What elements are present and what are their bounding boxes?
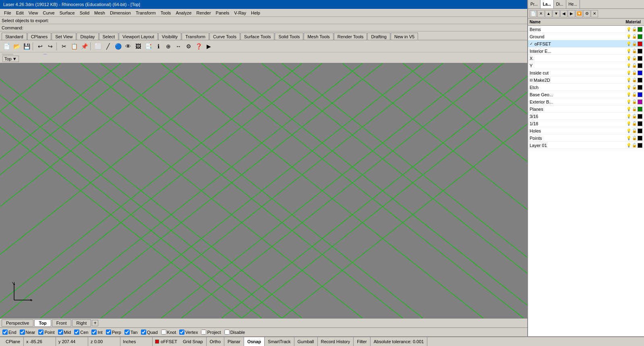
osnap-disable-check[interactable] (224, 329, 230, 335)
layer-lock-points[interactable]: 🔓 (632, 136, 637, 140)
osnap-project[interactable]: Project (201, 329, 221, 335)
pt-x[interactable]: ✕ (591, 10, 598, 17)
layer-lock-1-18[interactable]: 🔓 (632, 121, 637, 126)
layer-lock-make2d[interactable]: 🔓 (632, 78, 637, 82)
layer-row-points[interactable]: Points 💡 🔓 (528, 135, 644, 142)
tab-new-v5[interactable]: New in V5 (391, 33, 418, 40)
layer-bulb-offset[interactable]: 💡 (626, 41, 631, 46)
status-grid-snap[interactable]: Grid Snap (180, 337, 207, 346)
menu-vray[interactable]: V-Ray (232, 10, 248, 16)
tab-cplanes[interactable]: CPlanes (27, 33, 52, 40)
tb-osnap[interactable]: ⊕ (164, 41, 173, 51)
menu-solid[interactable]: Solid (77, 10, 92, 16)
tab-drafting[interactable]: Drafting (367, 33, 390, 40)
tb-layer[interactable]: 📑 (143, 41, 153, 51)
layer-color-planes[interactable] (638, 107, 642, 112)
panel-tab-la[interactable]: La... (540, 0, 554, 8)
pt-up[interactable]: ▲ (545, 10, 552, 17)
tb-line-select[interactable]: ╱ (103, 41, 113, 51)
status-record-history[interactable]: Record History (318, 337, 354, 346)
osnap-knot[interactable]: Knot (161, 329, 176, 335)
layer-color-points[interactable] (638, 136, 642, 141)
layer-lock-x[interactable]: 🔓 (632, 56, 637, 60)
tab-mesh-tools[interactable]: Mesh Tools (304, 33, 333, 40)
layer-lock-holes[interactable]: 🔓 (632, 128, 637, 133)
osnap-vertex-check[interactable] (179, 329, 184, 335)
layer-color-3-16[interactable] (638, 114, 642, 119)
osnap-perp-check[interactable] (106, 329, 111, 335)
layer-bulb-ground[interactable]: 💡 (626, 34, 631, 39)
layer-row-ground[interactable]: Ground 💡 🔓 (528, 33, 644, 40)
layer-bulb-x[interactable]: 💡 (626, 56, 631, 60)
osnap-mid-check[interactable] (58, 329, 63, 335)
layer-color-x[interactable] (638, 56, 642, 61)
layer-bulb-layer-01[interactable]: 💡 (626, 143, 631, 147)
menu-render[interactable]: Render (194, 10, 213, 16)
layer-lock-bems[interactable]: 🔓 (632, 27, 637, 31)
viewport-dropdown[interactable]: Top ▼ (2, 56, 19, 62)
osnap-disable[interactable]: Disable (224, 329, 245, 335)
tb-help[interactable]: ❓ (194, 41, 203, 51)
menu-help[interactable]: Help (248, 10, 263, 16)
osnap-quad-check[interactable] (141, 329, 146, 335)
osnap-point-check[interactable] (38, 329, 43, 335)
layer-color-offset[interactable] (638, 41, 642, 46)
tb-settings[interactable]: ⚙ (184, 41, 193, 51)
menu-surface[interactable]: Surface (57, 10, 77, 16)
layer-row-planes[interactable]: Planes 💡 🔓 (528, 106, 644, 113)
osnap-cen-check[interactable] (74, 329, 79, 335)
osnap-tan[interactable]: Tan (124, 329, 138, 335)
layer-bulb-planes[interactable]: 💡 (626, 107, 631, 111)
tab-display[interactable]: Display (77, 33, 98, 40)
layer-row-bems[interactable]: Bems 💡 🔓 (528, 26, 644, 33)
layer-lock-ground[interactable]: 🔓 (632, 34, 637, 39)
layer-bulb-y[interactable]: 💡 (626, 63, 631, 68)
osnap-vertex[interactable]: Vertex (179, 329, 198, 335)
viewport-canvas[interactable]: x U (0, 63, 527, 318)
tab-visibility[interactable]: Visibility (158, 33, 182, 40)
panel-tab-he[interactable]: He... (566, 0, 580, 8)
layer-lock-y[interactable]: 🔓 (632, 63, 637, 68)
layer-color-inside-cut[interactable] (638, 70, 642, 75)
layer-bulb-points[interactable]: 💡 (626, 136, 631, 140)
layer-lock-exterior-b[interactable]: 🔓 (632, 99, 637, 104)
osnap-cen[interactable]: Cen (74, 329, 88, 335)
vp-tab-right[interactable]: Right (72, 319, 91, 327)
layer-color-1-18[interactable] (638, 121, 642, 126)
layer-bulb-1-18[interactable]: 💡 (626, 121, 631, 126)
layer-bulb-base-geo[interactable]: 💡 (626, 92, 631, 97)
status-smarttrack[interactable]: SmartTrack (265, 337, 294, 346)
layer-lock-layer-01[interactable]: 🔓 (632, 143, 637, 147)
layer-row-1-18[interactable]: 1/18 💡 🔓 (528, 120, 644, 127)
menu-panels[interactable]: Panels (213, 10, 232, 16)
menu-edit[interactable]: Edit (14, 10, 26, 16)
layer-lock-3-16[interactable]: 🔓 (632, 114, 637, 118)
pt-new[interactable]: 📄 (530, 10, 537, 17)
status-osnap[interactable]: Osnap (244, 337, 265, 346)
layer-row-holes[interactable]: Holes 💡 🔓 (528, 127, 644, 135)
tb-paste[interactable]: 📌 (79, 41, 89, 51)
layer-lock-etch[interactable]: 🔓 (632, 85, 637, 89)
layer-color-layer-01[interactable] (638, 143, 642, 148)
osnap-tan-check[interactable] (124, 329, 130, 335)
tab-transform[interactable]: Transform (182, 33, 209, 40)
tb-selection[interactable]: ▶ (204, 41, 213, 51)
vp-tab-top[interactable]: Top (34, 319, 51, 327)
menu-dimension[interactable]: Dimension (108, 10, 133, 16)
osnap-mid[interactable]: Mid (58, 329, 71, 335)
osnap-perp[interactable]: Perp (106, 329, 121, 335)
tb-box-select[interactable]: ⬜ (93, 41, 103, 51)
osnap-near[interactable]: Near (20, 329, 35, 335)
layer-bulb-inside-cut[interactable]: 💡 (626, 70, 631, 75)
panel-tab-pr[interactable]: Pr... (528, 0, 540, 8)
tab-render-tools[interactable]: Render Tools (334, 33, 367, 40)
menu-tools[interactable]: Tools (158, 10, 174, 16)
tb-gumball[interactable]: ↔ (174, 41, 183, 51)
vp-add-tab[interactable]: + (92, 320, 98, 326)
tab-setview[interactable]: Set View (52, 33, 76, 40)
pt-left[interactable]: ◀ (560, 10, 567, 17)
tab-standard[interactable]: Standard (2, 33, 27, 40)
layer-bulb-interior-e[interactable]: 💡 (626, 49, 631, 53)
osnap-near-check[interactable] (20, 329, 25, 335)
tb-undo[interactable]: ↩ (35, 41, 45, 51)
